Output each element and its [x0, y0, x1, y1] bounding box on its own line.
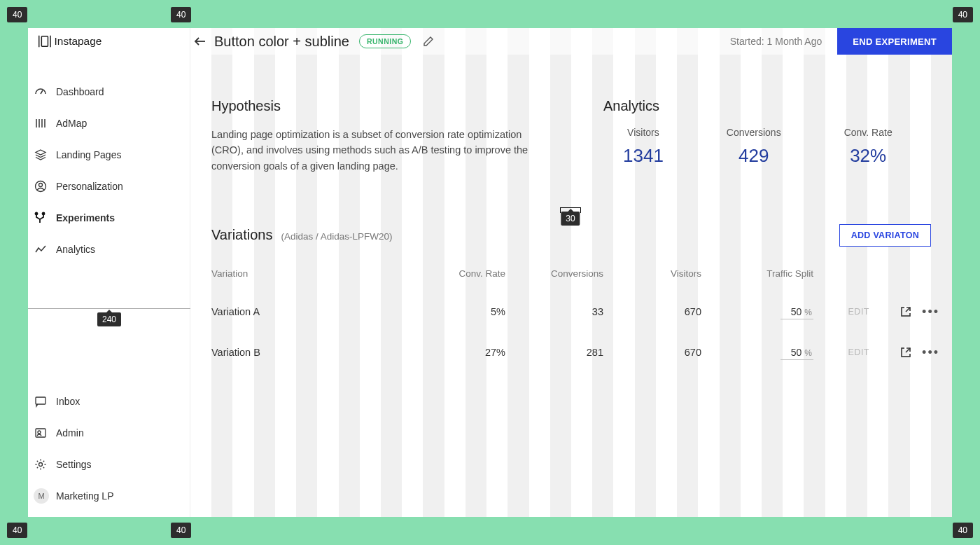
- sidebar-bottom: Inbox Admin Settings M Marketing LP: [28, 385, 190, 511]
- variations-subhead: (Adidas / Adidas-LPFW20): [281, 231, 392, 242]
- pencil-icon: [423, 36, 434, 47]
- back-button[interactable]: [192, 33, 209, 50]
- add-variation-button[interactable]: ADD VARIATON: [839, 224, 931, 247]
- layers-icon: [34, 148, 48, 162]
- margin-badge: 40: [7, 7, 27, 22]
- trend-icon: [34, 242, 48, 256]
- id-icon: [34, 426, 48, 440]
- margin-badge: 40: [171, 7, 191, 22]
- edit-variation-button[interactable]: EDIT: [813, 347, 869, 357]
- variation-name: Variation A: [211, 306, 421, 317]
- nav-label: Experiments: [56, 212, 115, 223]
- row-menu-button[interactable]: •••: [911, 308, 939, 315]
- nav-label: Personalization: [56, 181, 123, 192]
- traffic-split-input[interactable]: 50%: [780, 305, 813, 319]
- sidebar-item-settings[interactable]: Settings: [28, 448, 190, 480]
- nav-label: Dashboard: [56, 86, 104, 97]
- table-row: Variation A 5% 33 670 50% EDIT •••: [211, 291, 931, 332]
- edit-title-button[interactable]: [421, 34, 436, 49]
- status-badge: RUNNING: [359, 34, 412, 48]
- edit-variation-button[interactable]: EDIT: [813, 307, 869, 317]
- stat-label: Visitors: [623, 127, 664, 138]
- svg-text:Instapage: Instapage: [55, 35, 102, 47]
- sidebar-item-admap[interactable]: AdMap: [28, 107, 190, 139]
- nav-label: Inbox: [56, 396, 80, 407]
- sidebar-nav: Dashboard AdMap Landing Pages Personaliz…: [28, 55, 190, 265]
- stat-visitors: Visitors 1341: [623, 127, 664, 167]
- open-variation-button[interactable]: [869, 306, 911, 317]
- table-row: Variation B 27% 281 670 50% EDIT •••: [211, 332, 931, 373]
- traffic-split-input[interactable]: 50%: [780, 345, 813, 360]
- col-visitors: Visitors: [603, 268, 701, 279]
- gauge-icon: [34, 85, 48, 99]
- svg-point-12: [43, 212, 45, 214]
- chat-icon: [34, 394, 48, 408]
- svg-point-16: [38, 431, 41, 434]
- variation-conversions: 33: [505, 306, 603, 317]
- col-variation: Variation: [211, 268, 421, 279]
- arrow-left-icon: [193, 34, 207, 48]
- experiment-title: Button color + subline: [214, 34, 349, 50]
- stat-label: Conv. Rate: [844, 127, 892, 138]
- svg-rect-1: [41, 36, 48, 47]
- margin-badge: 40: [171, 523, 191, 538]
- margin-badge: 40: [953, 523, 973, 538]
- stat-value: 429: [727, 145, 781, 167]
- stat-value: 32%: [844, 145, 892, 167]
- col-conv-rate: Conv. Rate: [421, 268, 505, 279]
- sidebar-item-workspace[interactable]: M Marketing LP: [28, 480, 190, 511]
- nav-label: Marketing LP: [56, 490, 113, 502]
- row-menu-button[interactable]: •••: [911, 349, 939, 356]
- sidebar-item-dashboard[interactable]: Dashboard: [28, 76, 190, 107]
- variations-section: Variations (Adidas / Adidas-LPFW20) ADD …: [211, 227, 931, 373]
- sliders-icon: [34, 116, 48, 130]
- user-circle-icon: [34, 179, 48, 193]
- nav-label: AdMap: [56, 118, 87, 129]
- instapage-logo-icon: Instapage: [34, 34, 125, 48]
- svg-line-4: [41, 90, 43, 94]
- variation-visitors: 670: [603, 306, 701, 317]
- variations-table: Variation Conv. Rate Conversions Visitor…: [211, 268, 931, 373]
- svg-point-17: [39, 462, 43, 466]
- sidebar-item-personalization[interactable]: Personalization: [28, 170, 190, 202]
- stat-value: 1341: [623, 145, 664, 167]
- end-experiment-button[interactable]: END EXPERIMENT: [837, 28, 952, 55]
- variation-name: Variation B: [211, 347, 421, 358]
- brand-logo: Instapage: [28, 28, 190, 55]
- sidebar-item-landing-pages[interactable]: Landing Pages: [28, 139, 190, 170]
- nav-label: Landing Pages: [56, 149, 121, 160]
- sidebar-item-admin[interactable]: Admin: [28, 417, 190, 448]
- hypothesis-heading: Hypothesis: [211, 98, 575, 114]
- nav-label: Admin: [56, 427, 84, 439]
- col-conversions: Conversions: [505, 268, 603, 279]
- sidebar-item-experiments[interactable]: Experiments: [28, 202, 190, 233]
- stat-label: Conversions: [727, 127, 781, 138]
- hypothesis-section: Hypothesis Landing page optimization is …: [211, 98, 575, 174]
- nav-label: Analytics: [56, 244, 95, 255]
- page-header: Button color + subline RUNNING Started: …: [190, 28, 952, 55]
- more-icon: •••: [922, 349, 939, 356]
- variation-conv-rate: 27%: [421, 347, 505, 358]
- svg-point-10: [39, 183, 43, 186]
- started-label: Started: 1 Month Ago: [730, 36, 822, 47]
- variation-conversions: 281: [505, 347, 603, 358]
- external-link-icon: [900, 306, 911, 317]
- workspace-avatar: M: [34, 488, 49, 504]
- external-link-icon: [900, 347, 911, 358]
- col-traffic-split: Traffic Split: [701, 268, 813, 279]
- sidebar-item-analytics[interactable]: Analytics: [28, 233, 190, 265]
- main-area: Button color + subline RUNNING Started: …: [190, 28, 952, 517]
- sidebar-item-inbox[interactable]: Inbox: [28, 385, 190, 417]
- variation-visitors: 670: [603, 347, 701, 358]
- margin-badge: 40: [7, 523, 27, 538]
- branch-icon: [34, 211, 48, 225]
- analytics-heading: Analytics: [603, 98, 892, 114]
- open-variation-button[interactable]: [869, 347, 911, 358]
- margin-badge: 40: [953, 7, 973, 22]
- sidebar: Instapage Dashboard AdMap Landing Pages …: [28, 28, 190, 517]
- svg-rect-14: [36, 397, 46, 404]
- analytics-section: Analytics Visitors 1341 Conversions 429 …: [603, 98, 892, 174]
- hypothesis-body: Landing page optimization is a subset of…: [211, 127, 554, 174]
- table-header: Variation Conv. Rate Conversions Visitor…: [211, 268, 931, 291]
- nav-label: Settings: [56, 459, 92, 470]
